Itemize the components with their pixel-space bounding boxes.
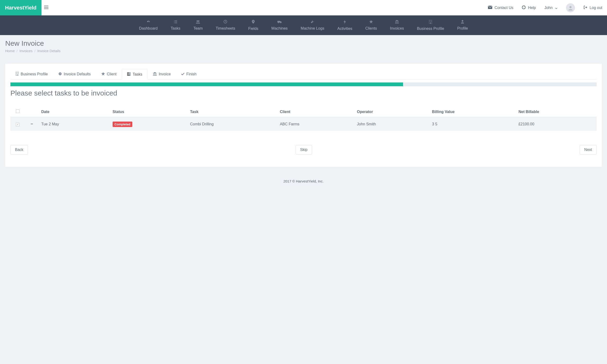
nav-fields[interactable]: Fields bbox=[248, 20, 258, 31]
wizard-tab-finish[interactable]: Finish bbox=[176, 69, 202, 79]
breadcrumb: Home/Invoices/Invoice Details bbox=[5, 49, 602, 53]
help-link[interactable]: Help bbox=[522, 5, 536, 10]
svg-point-23 bbox=[278, 22, 279, 23]
nav-invoices[interactable]: Invoices bbox=[390, 20, 404, 31]
wizard-tab-label: Client bbox=[107, 72, 117, 76]
chevron-down-icon bbox=[555, 6, 557, 10]
progress-bar-fill bbox=[11, 82, 403, 86]
next-button[interactable]: Next bbox=[580, 145, 596, 155]
building-icon bbox=[16, 72, 19, 77]
logout-link[interactable]: Log out bbox=[583, 5, 602, 10]
svg-rect-55 bbox=[153, 74, 154, 75]
cell-operator: John Smith bbox=[355, 117, 430, 131]
col-c1 bbox=[25, 107, 39, 117]
page-header: New Invoice Home/Invoices/Invoice Detail… bbox=[0, 35, 607, 59]
brand-logo[interactable]: HarvestYield bbox=[0, 0, 41, 15]
nav-label: Profile bbox=[457, 26, 468, 31]
nav-activities[interactable]: Activities bbox=[337, 20, 352, 31]
svg-rect-40 bbox=[16, 73, 17, 73]
avatar[interactable] bbox=[566, 3, 575, 12]
col-operator: Operator bbox=[355, 107, 430, 117]
svg-rect-51 bbox=[127, 73, 129, 73]
bolt-icon bbox=[343, 20, 346, 25]
svg-rect-35 bbox=[430, 22, 430, 22]
svg-rect-17 bbox=[175, 23, 177, 23]
svg-rect-43 bbox=[18, 74, 18, 74]
wizard-tab-invoice-defaults[interactable]: Invoice Defaults bbox=[53, 69, 96, 79]
table-row: ✓−Tue 2 MayCompletedCombi DrillingABC Fa… bbox=[11, 117, 596, 131]
svg-line-7 bbox=[523, 8, 523, 9]
nav-clients[interactable]: Clients bbox=[365, 20, 377, 31]
wizard-tab-label: Tasks bbox=[132, 72, 142, 77]
col-task: Task bbox=[188, 107, 278, 117]
nav-team[interactable]: Team bbox=[194, 20, 203, 31]
page-footer: 2017 © HarvestYield, Inc. bbox=[0, 172, 607, 190]
select-all-checkbox[interactable] bbox=[16, 109, 19, 113]
skip-button[interactable]: Skip bbox=[296, 145, 312, 155]
pin-icon bbox=[252, 20, 255, 25]
col-date: Date bbox=[39, 107, 110, 117]
row-checkbox[interactable]: ✓ bbox=[16, 123, 19, 126]
nav-business-profile[interactable]: Business Profile bbox=[417, 20, 444, 31]
nav-machine-logs[interactable]: Machine Logs bbox=[301, 20, 324, 31]
svg-point-19 bbox=[198, 20, 199, 22]
cell-date: Tue 2 May bbox=[39, 117, 110, 131]
clock-icon bbox=[224, 20, 227, 25]
wizard-tab-label: Business Profile bbox=[21, 72, 48, 76]
svg-line-8 bbox=[524, 8, 525, 9]
breadcrumb-invoices[interactable]: Invoices bbox=[19, 49, 32, 53]
contact-us-link[interactable]: Contact Us bbox=[488, 6, 513, 10]
menu-toggle-icon[interactable] bbox=[41, 6, 51, 10]
nav-label: Fields bbox=[248, 26, 258, 31]
svg-rect-30 bbox=[398, 21, 398, 23]
topbar: HarvestYield Contact Us Help John bbox=[0, 0, 607, 15]
progress-bar-track bbox=[11, 82, 596, 86]
breadcrumb-invoice-details[interactable]: Invoice Details bbox=[37, 49, 60, 53]
nav-machines[interactable]: Machines bbox=[272, 20, 288, 31]
bank-icon bbox=[153, 72, 157, 77]
tasks-icon bbox=[127, 72, 131, 77]
col-status: Status bbox=[110, 107, 188, 117]
wizard-card: Business ProfileInvoice DefaultsClientTa… bbox=[5, 64, 602, 167]
nav-timesheets[interactable]: Timesheets bbox=[216, 20, 235, 31]
wrench-icon bbox=[311, 20, 314, 25]
wizard-tab-tasks[interactable]: Tasks bbox=[122, 69, 148, 80]
svg-rect-53 bbox=[127, 75, 130, 76]
user-name: John bbox=[544, 6, 553, 10]
svg-rect-41 bbox=[18, 73, 18, 73]
svg-line-5 bbox=[523, 6, 523, 7]
nav-label: Machine Logs bbox=[301, 26, 324, 31]
breadcrumb-home[interactable]: Home bbox=[5, 49, 15, 53]
col-c0 bbox=[11, 107, 25, 117]
nav-label: Machines bbox=[272, 26, 288, 31]
envelope-icon bbox=[488, 6, 492, 10]
svg-rect-34 bbox=[431, 21, 431, 21]
nav-label: Timesheets bbox=[216, 26, 235, 31]
wizard-tab-invoice[interactable]: Invoice bbox=[148, 69, 176, 79]
svg-line-6 bbox=[524, 6, 525, 7]
nav-profile[interactable]: Profile bbox=[457, 20, 468, 31]
list-icon bbox=[174, 20, 177, 25]
svg-point-46 bbox=[60, 73, 60, 74]
svg-rect-31 bbox=[395, 23, 399, 24]
main-nav: DashboardTasksTeamTimesheetsFieldsMachin… bbox=[0, 15, 607, 35]
nav-tasks[interactable]: Tasks bbox=[171, 20, 180, 31]
star-icon bbox=[101, 72, 105, 77]
expand-toggle[interactable]: − bbox=[31, 122, 33, 126]
svg-rect-37 bbox=[430, 23, 431, 24]
nav-label: Activities bbox=[337, 26, 352, 31]
svg-rect-57 bbox=[156, 74, 156, 75]
nav-dashboard[interactable]: Dashboard bbox=[139, 20, 158, 31]
svg-rect-33 bbox=[430, 21, 430, 21]
wizard-tab-business-profile[interactable]: Business Profile bbox=[11, 69, 53, 79]
svg-rect-28 bbox=[396, 21, 396, 23]
svg-rect-42 bbox=[16, 74, 17, 74]
user-menu[interactable]: John bbox=[544, 6, 557, 10]
wizard-tab-label: Finish bbox=[186, 72, 197, 76]
svg-point-14 bbox=[174, 21, 175, 22]
nav-label: Clients bbox=[365, 26, 377, 31]
wizard-tab-client[interactable]: Client bbox=[96, 69, 122, 79]
back-button[interactable]: Back bbox=[11, 145, 28, 155]
help-label: Help bbox=[528, 6, 536, 10]
svg-rect-58 bbox=[153, 75, 157, 76]
